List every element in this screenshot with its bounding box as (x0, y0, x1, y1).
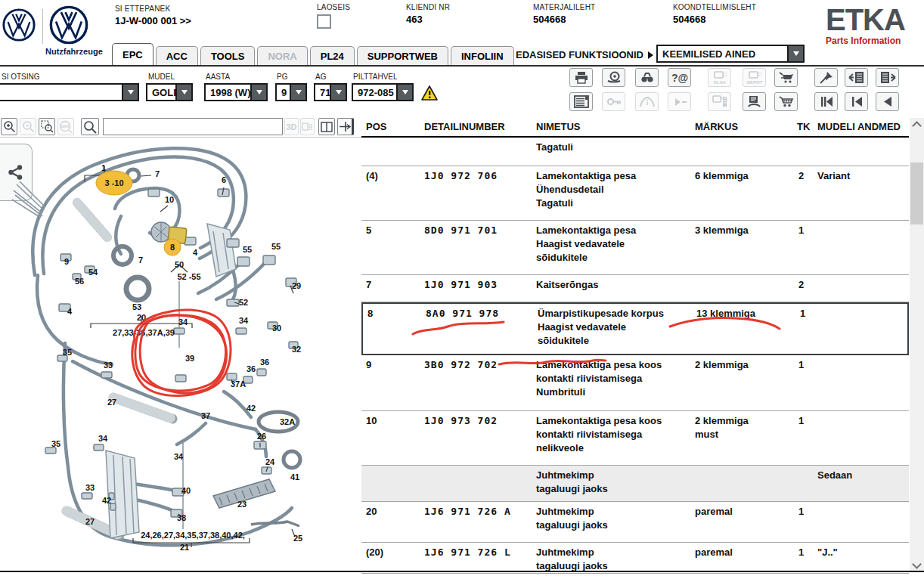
diagram-position-label[interactable]: 33 (104, 361, 113, 370)
scrollbar-thumb[interactable] (910, 163, 923, 224)
document-next-icon[interactable] (876, 68, 899, 87)
search-binoculars-icon[interactable] (635, 68, 659, 87)
diagram-position-label[interactable]: 33 (85, 483, 95, 492)
dropdown-arrow-icon[interactable] (396, 85, 412, 100)
table-row[interactable]: 201J6 971 726 AJuhtmekimp tagaluugi jaok… (361, 502, 909, 543)
table-row[interactable]: 93B0 972 702Lamekontaktiga pesa koos kon… (361, 355, 909, 411)
wiring-diagram[interactable]: 3 -108 17610475052 -55954564535555295220… (0, 118, 361, 575)
diagram-position-label[interactable]: 7 (138, 255, 143, 265)
column-header-tk[interactable]: TK (797, 121, 810, 132)
si-ettepanek-value[interactable]: 1J-W-000 001 >> (115, 15, 191, 26)
ag-dropdown[interactable]: 71 (314, 83, 347, 101)
monitor-document-icon[interactable] (708, 92, 731, 111)
column-header-markus[interactable]: MÄRKUS (695, 121, 738, 132)
document-previous-icon[interactable] (845, 68, 868, 87)
diagram-position-label[interactable]: 42 (102, 496, 111, 505)
diagram-position-label[interactable]: 10 (165, 195, 174, 204)
vehicle-info-icon[interactable] (635, 92, 659, 111)
dropdown-arrow-icon[interactable] (290, 85, 305, 100)
keemilised-ained-dropdown[interactable]: KEEMILISED AINED (656, 45, 805, 63)
diagram-position-label[interactable]: 50 (175, 260, 184, 269)
diagram-position-label[interactable]: 53 (132, 302, 141, 311)
key-icon[interactable] (602, 92, 625, 111)
edasised-funktsioonid-label[interactable]: EDASISED FUNKTSIOONID (516, 49, 643, 60)
depot-icon[interactable]: DEPOT (743, 68, 766, 87)
column-header-nimetus[interactable]: NIMETUS (536, 121, 581, 132)
diagram-position-label[interactable]: 32A (280, 417, 295, 426)
diagram-position-label[interactable]: 55 (243, 245, 252, 254)
dropdown-arrow-icon[interactable] (250, 85, 266, 100)
elsa-icon[interactable]: ELSA (708, 68, 731, 87)
diagram-position-label[interactable]: 39 (185, 354, 194, 363)
dropdown-arrow-icon[interactable] (175, 85, 191, 100)
tab-tools[interactable]: TOOLS (200, 46, 256, 65)
table-scrollbar[interactable] (910, 118, 924, 572)
diagram-position-label[interactable]: 56 (75, 277, 84, 286)
mudel-dropdown[interactable]: GOLF (146, 83, 193, 101)
diagram-position-label[interactable]: 41 (290, 472, 299, 481)
diagram-position-label[interactable]: 23 (237, 500, 247, 509)
diagram-position-label[interactable]: 52 -55 (177, 272, 200, 281)
column-header-detailinumber[interactable]: DETAILINUMBER (424, 121, 505, 132)
diagram-position-label[interactable]: 21 (180, 543, 189, 552)
cart-transfer-icon[interactable] (774, 68, 798, 87)
diagram-position-label[interactable]: 52 (239, 298, 248, 307)
pg-dropdown[interactable]: 9 (275, 83, 307, 101)
table-row[interactable]: (20)1J6 971 726 LJuhtmekimp tagaluugi ja… (361, 543, 909, 574)
navigate-first-icon[interactable] (814, 92, 838, 111)
table-row[interactable]: (4)1J0 972 706Lamekontaktiga pesa Ühendu… (361, 166, 909, 221)
diagram-position-label[interactable]: 9 (64, 257, 69, 266)
dropdown-arrow-icon[interactable] (330, 85, 346, 100)
pilttahvel-dropdown[interactable]: 972-085 (352, 83, 414, 101)
table-row[interactable]: Juhtmekimp tagaluugi jaoksSedaan (361, 466, 909, 502)
shopping-cart-icon[interactable] (774, 92, 798, 111)
diagram-position-label[interactable]: 54 (88, 268, 98, 277)
diagram-position-label[interactable]: 36 (247, 364, 256, 373)
aasta-dropdown[interactable]: 1998 (W) (204, 83, 268, 101)
diagram-position-label[interactable]: 32 (292, 345, 301, 354)
laoseis-checkbox[interactable] (317, 14, 331, 29)
wheel-parts-icon[interactable] (602, 68, 625, 87)
navigate-previous-page-icon[interactable] (845, 92, 868, 111)
dropdown-arrow-icon[interactable] (122, 85, 138, 100)
diagram-position-label[interactable]: 1 (101, 163, 106, 172)
diagram-position-label[interactable]: 36 (260, 358, 269, 367)
document-vehicle-icon[interactable] (743, 92, 766, 111)
diagram-position-label[interactable]: 40 (181, 486, 191, 495)
diagram-position-label[interactable]: 42 (247, 404, 256, 413)
table-row-selected[interactable]: 88A0 971 978Ümarpistikupesade korpus Haa… (361, 302, 909, 355)
diagram-position-label[interactable]: 30 (272, 324, 281, 333)
table-row[interactable]: 101J0 973 702Lamekontaktiga pesa koos ko… (361, 411, 909, 466)
diagram-position-label[interactable]: 25 (293, 534, 302, 543)
diagram-position-label[interactable]: 27 (85, 517, 95, 526)
diagram-position-label[interactable]: 55 (271, 242, 281, 251)
column-header-pos[interactable]: POS (366, 121, 386, 132)
diagram-position-label[interactable]: 7 (155, 169, 160, 178)
print-icon[interactable] (569, 68, 593, 87)
table-row[interactable]: 71J0 971 903Kaitserõngas2 (361, 275, 909, 302)
column-header-mudeli-andmed[interactable]: MUDELI ANDMED (817, 121, 901, 132)
diagram-position-label[interactable]: 4 (67, 307, 73, 316)
diagram-position-label[interactable]: 37 (201, 411, 210, 420)
play-minus-icon[interactable] (668, 92, 691, 111)
diagram-position-label[interactable]: 34 (98, 434, 108, 443)
navigate-previous-icon[interactable] (876, 92, 899, 111)
diagram-position-label[interactable]: 35 (63, 348, 72, 357)
diagram-position-label[interactable]: 34 (174, 452, 184, 461)
diagram-position-label[interactable]: 38 (177, 513, 186, 522)
tab-supportweb[interactable]: SUPPORTWEB (357, 46, 448, 65)
diagram-position-label[interactable]: 20 (137, 313, 146, 322)
diagram-position-label[interactable]: 27 (107, 398, 116, 407)
tab-epc[interactable]: EPC (112, 43, 153, 65)
osi-otsing-dropdown[interactable] (0, 83, 139, 101)
diagram-position-label[interactable]: 24,26,27,34,35,37,38,40,42, (141, 531, 245, 540)
diagram-position-label[interactable]: 34 (178, 317, 188, 327)
table-row[interactable]: 58D0 971 701Lamekontaktiga pesa Haagist … (361, 221, 909, 275)
diagram-position-label[interactable]: 34 (239, 316, 249, 325)
diagram-position-label[interactable]: 37A (231, 379, 246, 389)
table-row[interactable]: Tagatuli (361, 138, 909, 166)
scroll-up-icon[interactable] (910, 118, 924, 131)
diagram-position-label[interactable]: 29 (292, 281, 301, 290)
help-contact-icon[interactable]: ?@ (668, 68, 691, 87)
tab-infoliin[interactable]: INFOLIIN (451, 46, 514, 65)
